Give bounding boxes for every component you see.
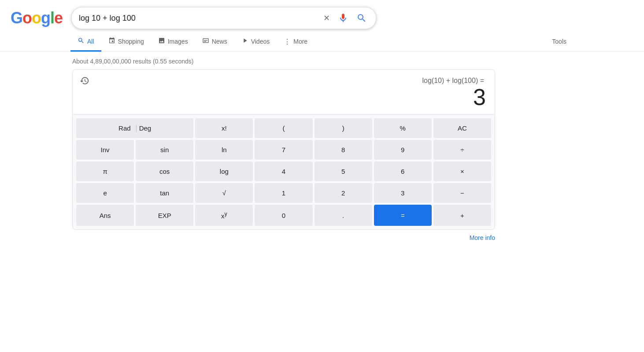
multiply-button[interactable]: × [433, 161, 491, 181]
ln-button[interactable]: ln [195, 140, 253, 160]
sin-button[interactable]: sin [136, 140, 193, 160]
tan-button[interactable]: tan [136, 183, 193, 203]
rad-label: Rad [118, 124, 133, 132]
pi-button[interactable]: π [76, 161, 134, 181]
mic-button[interactable] [336, 11, 350, 25]
all-icon [78, 37, 85, 46]
open-paren-button[interactable]: ( [255, 118, 312, 138]
tab-shopping[interactable]: Shopping [101, 33, 151, 52]
nav-tools: Tools [545, 34, 574, 51]
tab-videos-label: Videos [251, 38, 270, 45]
results-info: About 4,89,00,00,000 results (0.55 secon… [0, 52, 644, 69]
tab-shopping-label: Shopping [118, 38, 144, 45]
tab-more-label: More [293, 38, 307, 45]
e-button[interactable]: e [76, 183, 134, 203]
google-logo[interactable]: Google [11, 9, 63, 27]
equals-button[interactable]: = [374, 205, 432, 226]
tab-images[interactable]: Images [151, 33, 195, 52]
dot-button[interactable]: . [315, 205, 372, 226]
calculator: log(10) + log(100) = 3 Rad Deg x! ( ) % … [72, 69, 495, 246]
exp-button[interactable]: EXP [136, 205, 193, 226]
nav-tabs: All Shopping Images News Videos ⋮ More T… [0, 29, 644, 52]
more-info-link[interactable]: More info [470, 234, 495, 241]
cos-button[interactable]: cos [136, 161, 193, 181]
6-button[interactable]: 6 [374, 161, 432, 181]
ac-button[interactable]: AC [433, 118, 491, 138]
0-button[interactable]: 0 [255, 205, 312, 226]
clear-button[interactable]: ✕ [322, 11, 332, 25]
tab-news[interactable]: News [195, 33, 234, 52]
tab-news-label: News [212, 38, 227, 45]
results-count: About 4,89,00,00,000 results (0.55 secon… [72, 58, 194, 65]
5-button[interactable]: 5 [315, 161, 372, 181]
search-bar-wrapper: ✕ [71, 7, 376, 29]
news-icon [202, 37, 209, 46]
more-info: More info [72, 230, 495, 246]
inv-button[interactable]: Inv [76, 140, 134, 160]
1-button[interactable]: 1 [255, 183, 312, 203]
search-input[interactable] [79, 14, 317, 23]
plus-button[interactable]: + [433, 205, 491, 226]
9-button[interactable]: 9 [374, 140, 432, 160]
8-button[interactable]: 8 [315, 140, 372, 160]
videos-icon [241, 37, 248, 46]
header: Google ✕ [0, 0, 644, 29]
log-button[interactable]: log [195, 161, 253, 181]
xy-button[interactable]: xy [195, 205, 253, 226]
images-icon [158, 37, 165, 46]
tab-all[interactable]: All [70, 33, 101, 52]
4-button[interactable]: 4 [255, 161, 312, 181]
deg-label: Deg [139, 124, 152, 132]
tab-all-label: All [87, 38, 94, 45]
divide-button[interactable]: ÷ [433, 140, 491, 160]
tab-videos[interactable]: Videos [234, 33, 277, 52]
2-button[interactable]: 2 [315, 183, 372, 203]
search-bar: ✕ [71, 7, 376, 29]
tab-more[interactable]: ⋮ More [277, 33, 315, 52]
sqrt-button[interactable]: √ [195, 183, 253, 203]
tools-button[interactable]: Tools [545, 34, 574, 51]
search-icons: ✕ [322, 11, 369, 25]
separator [136, 125, 137, 132]
more-icon: ⋮ [284, 37, 291, 46]
search-button[interactable] [355, 11, 369, 25]
calc-display: log(10) + log(100) = 3 [72, 69, 495, 115]
factorial-button[interactable]: x! [195, 118, 253, 138]
tab-images-label: Images [168, 38, 188, 45]
calc-buttons: Rad Deg x! ( ) % AC Inv sin ln 7 8 9 ÷ π… [72, 115, 495, 230]
minus-button[interactable]: − [433, 183, 491, 203]
ans-button[interactable]: Ans [76, 205, 134, 226]
history-icon[interactable] [80, 76, 89, 88]
shopping-icon [108, 37, 115, 46]
calc-result: 3 [81, 85, 486, 110]
percent-button[interactable]: % [374, 118, 432, 138]
rad-deg-button[interactable]: Rad Deg [76, 118, 193, 138]
7-button[interactable]: 7 [255, 140, 312, 160]
calc-expression: log(10) + log(100) = [81, 77, 486, 85]
close-paren-button[interactable]: ) [315, 118, 372, 138]
3-button[interactable]: 3 [374, 183, 432, 203]
